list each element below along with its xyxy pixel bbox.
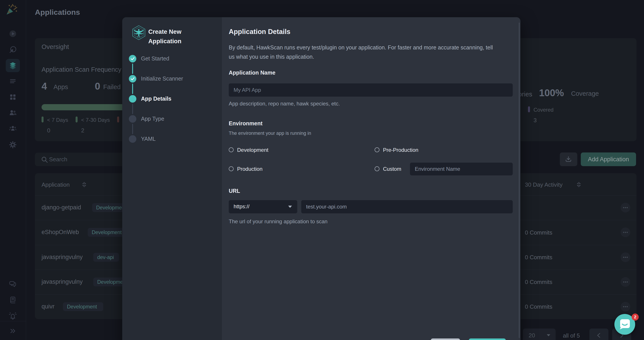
radio-label-custom[interactable]: Custom xyxy=(383,166,401,172)
step-circle-app-details[interactable] xyxy=(129,95,136,103)
create-application-modal: Create New Application Get Started Initi… xyxy=(122,17,520,340)
back-button[interactable] xyxy=(431,339,460,340)
modal-body: Application Details By default, HawkScan… xyxy=(222,17,520,340)
step-circle-get-started[interactable] xyxy=(129,55,136,62)
next-button[interactable] xyxy=(469,339,506,340)
radio-label-development[interactable]: Development xyxy=(237,147,268,153)
app-name-helper: App description, repo name, hawk species… xyxy=(229,101,340,107)
environment-label: Environment xyxy=(229,120,262,127)
modal-heading: Application Details xyxy=(229,28,290,36)
step-circle-app-type[interactable] xyxy=(129,115,136,123)
hawk-logo xyxy=(130,24,147,42)
radio-production[interactable] xyxy=(229,166,234,171)
custom-environment-input[interactable] xyxy=(410,163,513,175)
environment-helper: The environment your app is running in xyxy=(229,131,311,136)
step-circle-yaml[interactable] xyxy=(129,135,136,143)
radio-label-production[interactable]: Production xyxy=(237,166,262,172)
url-protocol-value: https:// xyxy=(234,203,250,210)
url-label: URL xyxy=(229,188,240,194)
modal-scrollbar[interactable] xyxy=(519,22,520,338)
radio-development[interactable] xyxy=(229,147,234,152)
url-protocol-select[interactable]: https:// xyxy=(229,200,297,213)
step-connector xyxy=(132,84,133,94)
step-label-app-details[interactable]: App Details xyxy=(141,96,172,102)
step-label-app-type[interactable]: App Type xyxy=(141,116,164,122)
step-label-initialize-scanner[interactable]: Initialize Scanner xyxy=(141,75,183,82)
app-name-label: Application Name xyxy=(229,69,275,76)
step-label-get-started[interactable]: Get Started xyxy=(141,55,169,62)
radio-label-pre-production[interactable]: Pre-Production xyxy=(383,147,418,153)
step-connector xyxy=(132,124,133,134)
step-circle-initialize-scanner[interactable] xyxy=(129,75,136,83)
step-label-yaml[interactable]: YAML xyxy=(141,136,156,142)
app-name-input[interactable] xyxy=(229,83,513,97)
url-input[interactable] xyxy=(301,200,513,213)
radio-pre-production[interactable] xyxy=(374,147,380,152)
radio-custom[interactable] xyxy=(374,166,380,171)
chat-unread-badge: 2 xyxy=(632,314,639,321)
caret-down-icon xyxy=(288,206,292,208)
step-connector xyxy=(132,64,133,74)
url-helper: The url of your running application to s… xyxy=(229,218,328,225)
modal-title: Create New Application xyxy=(148,27,204,46)
step-connector xyxy=(132,104,133,114)
wizard-steps-panel: Create New Application Get Started Initi… xyxy=(122,17,222,340)
modal-description: By default, HawkScan runs every test/plu… xyxy=(229,43,496,61)
